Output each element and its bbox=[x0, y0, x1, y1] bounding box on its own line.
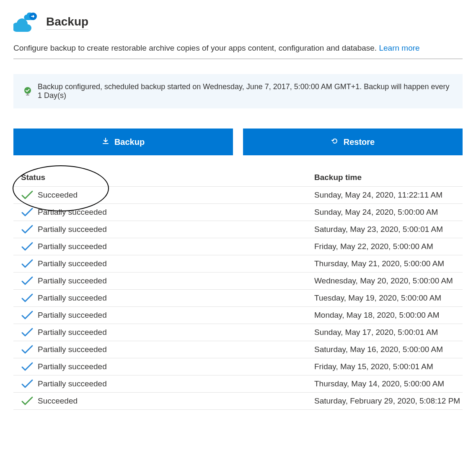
status-label: Partially succeeded bbox=[38, 345, 107, 354]
backup-time: Wednesday, May 20, 2020, 5:00:00 AM bbox=[314, 276, 463, 285]
checkmark-icon bbox=[21, 345, 34, 355]
status-label: Partially succeeded bbox=[38, 379, 107, 388]
table-row[interactable]: Partially succeededWednesday, May 20, 20… bbox=[13, 273, 463, 290]
backup-button[interactable]: Backup bbox=[13, 129, 233, 155]
backup-time: Friday, May 22, 2020, 5:00:00 AM bbox=[314, 242, 463, 251]
backup-time: Saturday, May 23, 2020, 5:00:01 AM bbox=[314, 225, 463, 234]
backup-time: Sunday, May 24, 2020, 5:00:00 AM bbox=[314, 208, 463, 217]
restore-button-label: Restore bbox=[344, 137, 375, 147]
learn-more-link[interactable]: Learn more bbox=[379, 44, 419, 52]
backup-time: Saturday, February 29, 2020, 5:08:12 PM bbox=[314, 396, 463, 406]
cloud-backup-icon bbox=[13, 13, 39, 32]
backup-time: Thursday, May 14, 2020, 5:00:00 AM bbox=[314, 379, 463, 388]
table-row[interactable]: Partially succeededSaturday, May 16, 202… bbox=[13, 341, 463, 358]
checkmark-icon bbox=[21, 242, 34, 252]
status-label: Partially succeeded bbox=[38, 276, 107, 285]
svg-rect-3 bbox=[26, 95, 29, 95]
backup-button-label: Backup bbox=[114, 137, 145, 147]
table-header: Status Backup time bbox=[13, 170, 463, 187]
restore-icon bbox=[331, 137, 339, 147]
checkmark-icon bbox=[21, 224, 34, 234]
checkmark-icon bbox=[21, 379, 34, 389]
restore-button[interactable]: Restore bbox=[243, 129, 463, 155]
status-label: Partially succeeded bbox=[38, 225, 107, 234]
backup-time: Saturday, May 16, 2020, 5:00:00 AM bbox=[314, 345, 463, 354]
checkmark-icon bbox=[21, 276, 34, 286]
status-label: Partially succeeded bbox=[38, 293, 107, 303]
download-icon bbox=[102, 137, 109, 147]
status-label: Partially succeeded bbox=[38, 208, 107, 217]
backup-table: Status Backup time SucceededSunday, May … bbox=[13, 170, 463, 410]
time-header: Backup time bbox=[314, 173, 463, 182]
table-row[interactable]: SucceededSaturday, February 29, 2020, 5:… bbox=[13, 393, 463, 410]
table-row[interactable]: SucceededSunday, May 24, 2020, 11:22:11 … bbox=[13, 187, 463, 204]
status-label: Succeeded bbox=[38, 190, 78, 200]
status-label: Partially succeeded bbox=[38, 242, 107, 251]
success-badge-icon bbox=[23, 87, 32, 95]
status-label: Partially succeeded bbox=[38, 311, 107, 320]
status-label: Succeeded bbox=[38, 396, 78, 406]
checkmark-icon bbox=[21, 207, 34, 217]
table-row[interactable]: Partially succeededTuesday, May 19, 2020… bbox=[13, 290, 463, 307]
backup-time: Friday, May 15, 2020, 5:00:01 AM bbox=[314, 362, 463, 371]
info-banner-text: Backup configured, scheduled backup star… bbox=[38, 82, 453, 100]
table-row[interactable]: Partially succeededSunday, May 17, 2020,… bbox=[13, 324, 463, 341]
table-row[interactable]: Partially succeededMonday, May 18, 2020,… bbox=[13, 307, 463, 324]
checkmark-icon bbox=[21, 293, 34, 303]
info-banner: Backup configured, scheduled backup star… bbox=[13, 74, 463, 108]
table-row[interactable]: Partially succeededFriday, May 15, 2020,… bbox=[13, 358, 463, 375]
backup-time: Monday, May 18, 2020, 5:00:00 AM bbox=[314, 311, 463, 320]
backup-time: Thursday, May 21, 2020, 5:00:00 AM bbox=[314, 259, 463, 268]
checkmark-icon bbox=[21, 362, 34, 372]
table-row[interactable]: Partially succeededThursday, May 14, 202… bbox=[13, 375, 463, 393]
status-label: Partially succeeded bbox=[38, 362, 107, 371]
page-title: Backup bbox=[46, 15, 88, 30]
table-row[interactable]: Partially succeededThursday, May 21, 202… bbox=[13, 255, 463, 273]
svg-rect-2 bbox=[27, 93, 28, 95]
status-label: Partially succeeded bbox=[38, 328, 107, 337]
checkmark-icon bbox=[21, 327, 34, 337]
backup-time: Sunday, May 24, 2020, 11:22:11 AM bbox=[314, 190, 463, 200]
checkmark-icon bbox=[21, 310, 34, 320]
backup-time: Tuesday, May 19, 2020, 5:00:00 AM bbox=[314, 293, 463, 303]
description-text: Configure backup to create restorable ar… bbox=[13, 44, 379, 52]
checkmark-icon bbox=[21, 259, 34, 269]
status-header: Status bbox=[21, 173, 314, 182]
checkmark-icon bbox=[21, 396, 34, 406]
table-row[interactable]: Partially succeededSunday, May 24, 2020,… bbox=[13, 204, 463, 221]
backup-time: Sunday, May 17, 2020, 5:00:01 AM bbox=[314, 328, 463, 337]
action-buttons: Backup Restore bbox=[13, 129, 463, 155]
table-row[interactable]: Partially succeededSaturday, May 23, 202… bbox=[13, 221, 463, 238]
description-row: Configure backup to create restorable ar… bbox=[13, 44, 463, 59]
table-row[interactable]: Partially succeededFriday, May 22, 2020,… bbox=[13, 238, 463, 255]
page-header: Backup bbox=[13, 13, 463, 32]
status-label: Partially succeeded bbox=[38, 259, 107, 268]
checkmark-icon bbox=[21, 190, 34, 200]
